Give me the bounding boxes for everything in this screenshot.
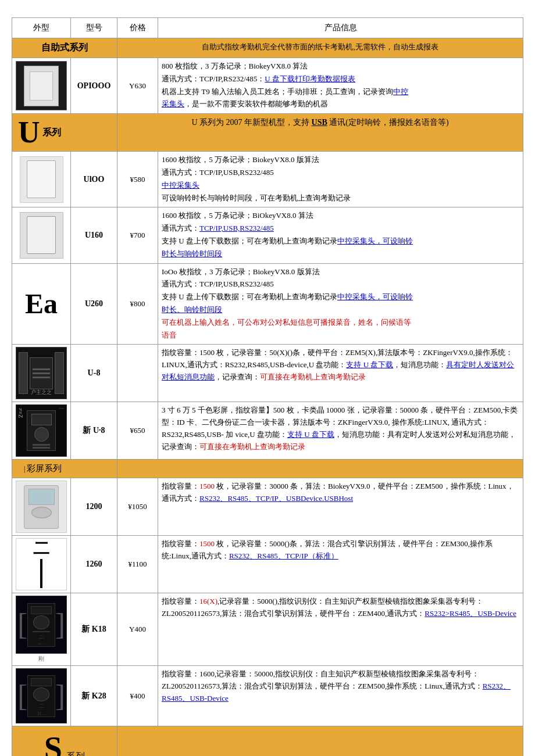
u8-info-1: 指纹容量：1500 枚，记录容量：50(X)()条，硬件平台：ZEM5(X),算…	[162, 347, 519, 383]
product-row-k28: [ 二 |H— ] 新 K28 ¥400 指纹容量：1600,记录容量：5000…	[12, 666, 523, 726]
u160-device-img	[20, 212, 63, 259]
u160-info-4: 时长与响铃时间段	[162, 248, 519, 260]
u100-model: UlOO	[71, 152, 117, 207]
k18-label-hint: 刚	[16, 655, 67, 663]
op1000-link-3: 采集头	[162, 99, 184, 108]
u8-price	[117, 345, 158, 402]
u260-link-2: 时长、响铃时间段	[162, 305, 222, 314]
product-row-new-u8: ≠≡Z | 新 U·8 ¥650 3 寸 6 万 5 千色彩屏，指纹容量】500…	[12, 402, 523, 460]
u100-info-2: 通讯方式：TCP/IP,USB,RS232/485	[162, 167, 519, 179]
u260-info: IoOo 枚指纹，3 万条记录；BiokeyVX8.0 版算法 通讯方式：TCP…	[158, 263, 523, 345]
table-header: 外型 型号 价格 产品信息	[12, 18, 523, 38]
new-u8-link-1: 支持 U 盘下载	[287, 430, 334, 439]
u260-price: ¥800	[117, 263, 158, 345]
product-row-u100: UlOO ¥580 1600 枚指纹，5 万条记录；BiokeyVX8.0 版算…	[12, 152, 523, 207]
u260-info-3: 支持 U 盘上传下载数据；可在考勤机上查询考勤记录中控采集头，可设响铃	[162, 291, 519, 303]
product-row-u8: 户主之之 U-8 指纹容量：1500 枚，记录容量：50(X)()条，硬件平台：…	[12, 345, 523, 402]
s-series-text: 系列	[64, 751, 85, 756]
k18-model: 新 K18	[71, 593, 117, 666]
p1260-info: 指纹容量：1500 枚，记录容量：5000()条，算法：混合式引擎识别算法，硬件…	[158, 536, 523, 593]
k18-red-1: 16(X)	[199, 597, 217, 605]
k18-image: [ 二| |H— ] 刚	[12, 593, 71, 666]
u260-red-2: 语音	[162, 331, 177, 339]
u260-device-img: Ea	[16, 278, 67, 330]
p1260-price: ¥1100	[117, 536, 158, 593]
k28-device-img: [ 二 |H— ]	[16, 668, 67, 723]
zizhu-label: 自助式系列	[12, 38, 117, 58]
zizhu-section-header: 自助式系列 自助式指纹考勤机完全代替市面的纸卡考勤机,无需软件，自动生成报表	[12, 38, 523, 58]
u8-red-1: 可直接在考勤机上查询考勤记录	[260, 372, 366, 381]
op1000-info-1: 800 枚指纹，3 万条记录；BiokeyVX8.0 算法	[162, 60, 519, 73]
zizhu-desc: 自助式指纹考勤机完全代替市面的纸卡考勤机,无需软件，自动生成报表	[117, 38, 523, 58]
op1000-info-4: 采集头，是一款不需要安装软件都能够考勤的机器	[162, 98, 519, 110]
p1260-device-img: 二	[16, 538, 67, 590]
k18-device-img: [ 二| |H— ]	[16, 596, 67, 654]
k28-link-1: RS232、RS485、USB-Device	[162, 682, 511, 703]
u8-info: 指纹容量：1500 枚，记录容量：50(X)()条，硬件平台：ZEM5(X),算…	[158, 345, 523, 402]
p1200-price: ¥1050	[117, 478, 158, 536]
u8-model: U-8	[71, 345, 117, 402]
u-series-logo: U 系列	[18, 117, 113, 148]
u260-info-5: 可在机器上输入姓名，可公布对公对私短信息可播报菜音，姓名，问候语等	[162, 317, 519, 329]
product-row-op1000: OPIOOO Y630 800 枚指纹，3 万条记录；BiokeyVX8.0 算…	[12, 58, 523, 114]
u-section-header: U 系列 U 系列为 2007 年新型机型，支持 USB 通讯(定时响铃，播报姓…	[12, 114, 523, 152]
u160-model: U160	[71, 207, 117, 263]
u100-info: 1600 枚指纹，5 万条记录；BiokeyVX8.0 版算法 通讯方式：TCP…	[158, 152, 523, 207]
u100-info-1: 1600 枚指纹，5 万条记录；BiokeyVX8.0 版算法	[162, 154, 519, 166]
p1260-image: 二	[12, 536, 71, 593]
new-u8-price: ¥650	[117, 402, 158, 460]
header-price: 价格	[117, 18, 158, 38]
u260-info-6: 语音	[162, 329, 519, 342]
u160-image	[12, 207, 71, 263]
u160-info-1: 1600 枚指纹，5 万条记录；BiOkeyVX8.0 算法	[162, 210, 519, 222]
op1000-device-img	[16, 61, 67, 110]
k18-info-1: 指纹容量：16(X),记录容量：5000(),指纹识别仪：自主知识产权新型棱镜指…	[162, 596, 519, 620]
u260-image: Ea	[12, 263, 71, 345]
p1200-model: 1200	[71, 478, 117, 536]
k28-price: ¥400	[117, 666, 158, 726]
op1000-link-1: U 盘下载打印考勤数据报表	[265, 74, 355, 83]
k28-image: [ 二 |H— ]	[12, 666, 71, 726]
u8-link-1: 支持 U 盘下载	[346, 360, 393, 369]
s-series-label: S 系列	[12, 726, 117, 756]
u-series-text: 系列	[40, 127, 61, 139]
product-row-k18: [ 二| |H— ] 刚 新 K18 Y400 指纹容量：16(X),记录容量：…	[12, 593, 523, 666]
p1260-model: 1260	[71, 536, 117, 593]
product-row-u260: Ea U260 ¥800 IoOo 枚指纹，3 万条记录；BiokeyVX8.0…	[12, 263, 523, 345]
u160-info-3: 支持 U 盘上传下载数据；可在考勤机上查询考勤记录中控采集头，可设响铃	[162, 235, 519, 248]
header-model: 型号	[71, 18, 117, 38]
u260-info-1: IoOo 枚指纹，3 万条记录；BiokeyVX8.0 版算法	[162, 266, 519, 278]
new-u8-model: 新 U·8	[71, 402, 117, 460]
u260-red-1: 可在机器上输入姓名，可公布对公对私短信息可播报菜音，姓名，问候语等	[162, 318, 411, 327]
k28-model: 新 K28	[71, 666, 117, 726]
u260-model: U260	[71, 263, 117, 345]
op1000-model: OPIOOO	[71, 58, 117, 114]
k28-info-1: 指纹容量：1600,记录容量：50000,指纹识别仪：自主知识产权新型棱镜指纹图…	[162, 668, 519, 704]
new-u8-info: 3 寸 6 万 5 千色彩屏，指纹容量】500 枚，卡类晶 10000 张，记录…	[158, 402, 523, 460]
op1000-image	[12, 58, 71, 114]
u260-info-4: 时长、响铃时间段	[162, 304, 519, 316]
product-row-1200: 1200 ¥1050 指纹容量：1500 枚，记录容量：30000 条，算法：B…	[12, 478, 523, 536]
new-u8-device-img: ≠≡Z |	[16, 404, 67, 457]
p1200-info-1: 指纹容量：1500 枚，记录容量：30000 条，算法：BiokeyVX9.0，…	[162, 481, 519, 505]
u100-info-3: 中控采集头	[162, 180, 519, 192]
s-section-header: S 系列	[12, 726, 523, 756]
p1200-link-1: RS232、RS485、TCP/IP、USBDevice.USBHost	[199, 494, 353, 503]
u100-price: ¥580	[117, 152, 158, 207]
u8-image: 户主之之	[12, 345, 71, 402]
p1260-red-1: 1500	[199, 539, 215, 548]
product-row-1260: 二 1260 ¥1100 指纹容量：1500 枚，记录容量：5000()条，算法…	[12, 536, 523, 593]
p1200-info: 指纹容量：1500 枚，记录容量：30000 条，算法：BiokeyVX9.0，…	[158, 478, 523, 536]
caideng-label: | 彩屏系列	[12, 460, 117, 478]
op1000-link-2: 中控	[393, 87, 408, 96]
header-outer: 外型	[12, 18, 71, 38]
p1200-device-img	[16, 481, 67, 533]
s-large-char: S	[44, 730, 62, 756]
p1260-link-1: RS232、RS485、TCP/IP（标准）	[229, 551, 338, 560]
p1200-red-1: 1500	[199, 482, 215, 490]
u160-info: 1600 枚指纹，5 万条记录；BiOkeyVX8.0 算法 通讯方式：TCP/…	[158, 207, 523, 263]
u260-info-2: 通讯方式：TCP/IP,USB,RS232/485	[162, 278, 519, 291]
u-series-label: U 系列	[12, 114, 117, 152]
u100-device-img	[20, 156, 63, 203]
u100-info-4: 可设响铃时长与响铃时间段，可在考勤机上查询考勤记录	[162, 192, 519, 205]
